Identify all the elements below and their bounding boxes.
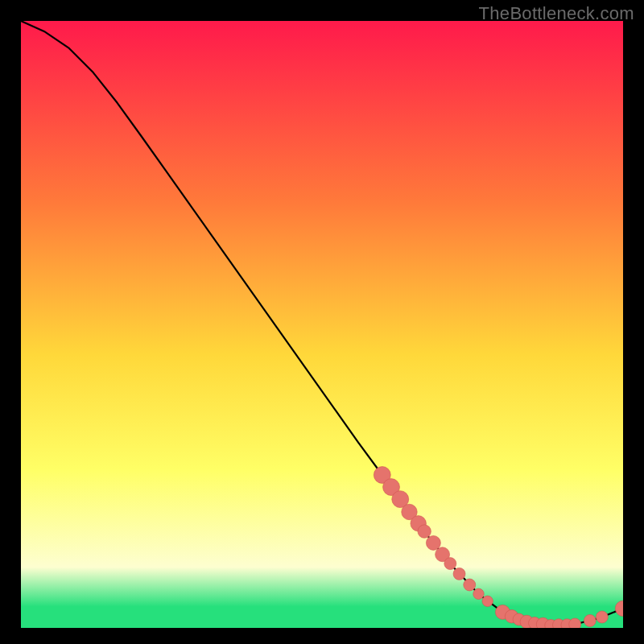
data-marker [482,596,493,606]
data-marker [569,618,581,628]
chart-stage: TheBottleneck.com [0,0,644,644]
data-marker [426,535,440,550]
plot-area [21,21,623,628]
data-marker [473,588,484,599]
plot-svg [21,21,623,628]
data-marker [418,525,431,538]
data-marker [444,558,456,570]
data-marker [584,614,596,626]
gradient-background [21,21,623,628]
data-marker [464,579,476,591]
data-marker [453,568,465,580]
data-marker [596,611,608,623]
